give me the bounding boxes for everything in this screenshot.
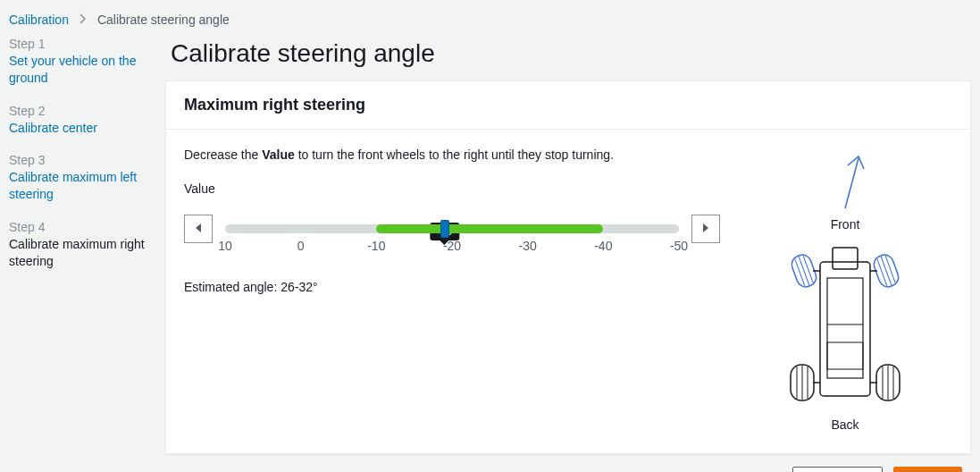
- wizard-footer: Cancel Previous Done: [165, 454, 971, 472]
- svg-line-12: [885, 256, 895, 282]
- front-label: Front: [831, 217, 860, 232]
- instruction-text: Decrease the Value to turn the front whe…: [184, 148, 720, 162]
- breadcrumb-current: Calibrate steering angle: [97, 13, 230, 27]
- page-title: Calibrate steering angle: [171, 39, 971, 68]
- calibration-panel: Maximum right steering Decrease the Valu…: [165, 80, 971, 454]
- chevron-right-icon: [80, 13, 87, 27]
- breadcrumb: Calibration Calibrate steering angle: [0, 0, 980, 36]
- step-title: Calibrate maximum right steering: [9, 237, 145, 268]
- svg-line-11: [881, 257, 892, 285]
- step-label: Step 4: [9, 219, 156, 236]
- slider-tick: 10: [218, 239, 232, 253]
- step-title: Set your vehicle on the ground: [9, 54, 136, 85]
- svg-rect-3: [827, 342, 863, 369]
- back-label: Back: [831, 417, 859, 432]
- svg-rect-1: [827, 278, 863, 378]
- vehicle-top-view-icon: [774, 235, 917, 414]
- slider-tick: -30: [519, 239, 537, 253]
- value-label: Value: [184, 181, 720, 196]
- previous-button[interactable]: Previous: [792, 467, 883, 472]
- step-label: Step 1: [9, 36, 156, 53]
- triangle-left-icon: [194, 223, 203, 236]
- estimated-angle: Estimated angle: 26-32°: [184, 280, 720, 294]
- step-label: Step 3: [9, 152, 156, 169]
- wizard-steps-sidebar: Step 1 Set your vehicle on the ground St…: [0, 36, 165, 472]
- step-title: Calibrate maximum left steering: [9, 170, 137, 201]
- slider-ticks: 100-10-20-30-40-50: [225, 239, 679, 257]
- step-label: Step 2: [9, 103, 156, 120]
- increment-button[interactable]: [691, 215, 720, 243]
- wizard-step-3[interactable]: Step 3 Calibrate maximum left steering: [9, 152, 156, 203]
- front-arrow-icon: [823, 148, 867, 210]
- wizard-step-2[interactable]: Step 2 Calibrate center: [9, 103, 156, 137]
- triangle-right-icon: [701, 223, 710, 236]
- slider-fill: [376, 224, 603, 233]
- slider-tick: -40: [594, 239, 612, 253]
- slider-thumb[interactable]: [440, 220, 449, 238]
- slider-track[interactable]: [225, 224, 679, 233]
- done-button[interactable]: Done: [893, 467, 962, 472]
- step-title: Calibrate center: [9, 121, 97, 135]
- svg-line-6: [795, 259, 805, 286]
- wizard-step-1[interactable]: Step 1 Set your vehicle on the ground: [9, 36, 156, 87]
- slider-tick: -20: [443, 239, 461, 253]
- vehicle-diagram: Front: [738, 148, 952, 435]
- svg-line-7: [799, 257, 809, 285]
- slider-tick: -50: [670, 239, 688, 253]
- svg-line-10: [877, 259, 887, 286]
- slider-tick: 0: [297, 239, 305, 253]
- wizard-step-4: Step 4 Calibrate maximum right steering: [9, 219, 156, 270]
- decrement-button[interactable]: [184, 215, 213, 243]
- breadcrumb-root-link[interactable]: Calibration: [9, 13, 69, 27]
- svg-line-8: [803, 256, 813, 282]
- cancel-button[interactable]: Cancel: [707, 468, 782, 472]
- svg-rect-2: [833, 248, 858, 269]
- slider-tick: -10: [367, 239, 385, 253]
- panel-heading: Maximum right steering: [184, 96, 952, 114]
